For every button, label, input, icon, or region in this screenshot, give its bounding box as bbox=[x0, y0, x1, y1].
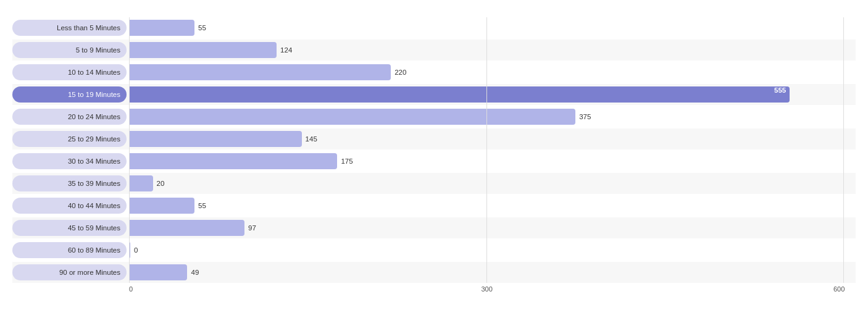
bar-value: 97 bbox=[248, 224, 256, 232]
bar-area: 555 bbox=[129, 86, 856, 103]
bar-row: 90 or more Minutes49 bbox=[12, 262, 856, 283]
bar-area: 0 bbox=[129, 242, 856, 258]
x-axis: 0300600 bbox=[129, 285, 856, 296]
x-axis-tick: 300 bbox=[482, 285, 493, 293]
bar-row: 35 to 39 Minutes20 bbox=[12, 173, 856, 194]
bar-label: 90 or more Minutes bbox=[12, 264, 127, 280]
bar-fill bbox=[129, 220, 244, 236]
bar-area: 97 bbox=[129, 220, 856, 236]
bar-label: 5 to 9 Minutes bbox=[12, 42, 127, 58]
bar-fill bbox=[129, 264, 187, 280]
bar-label: 20 to 24 Minutes bbox=[12, 109, 127, 125]
chart-container: Less than 5 Minutes555 to 9 Minutes12410… bbox=[0, 0, 868, 323]
bar-row: 15 to 19 Minutes555 bbox=[12, 84, 856, 105]
bar-value: 0 bbox=[134, 246, 138, 254]
x-axis-tick: 0 bbox=[129, 285, 133, 293]
bar-value: 124 bbox=[280, 46, 292, 54]
bar-value: 145 bbox=[306, 135, 317, 143]
bar-label: 35 to 39 Minutes bbox=[12, 175, 127, 191]
bar-fill bbox=[129, 198, 194, 214]
bar-row: 40 to 44 Minutes55 bbox=[12, 195, 856, 216]
bar-value: 555 bbox=[774, 86, 786, 94]
bar-value: 20 bbox=[157, 180, 165, 187]
bar-row: Less than 5 Minutes55 bbox=[12, 17, 856, 38]
bar-label: 60 to 89 Minutes bbox=[12, 242, 127, 258]
bar-fill bbox=[129, 153, 337, 169]
bar-value: 49 bbox=[191, 269, 199, 276]
bar-fill bbox=[129, 131, 302, 147]
bar-row: 60 to 89 Minutes0 bbox=[12, 240, 856, 261]
bar-row: 5 to 9 Minutes124 bbox=[12, 40, 856, 61]
bar-area: 20 bbox=[129, 175, 856, 191]
bar-value: 55 bbox=[198, 202, 206, 209]
bar-label: 15 to 19 Minutes bbox=[12, 86, 127, 103]
bar-fill bbox=[129, 175, 153, 191]
x-axis-tick: 600 bbox=[833, 285, 845, 293]
bar-row: 10 to 14 Minutes220 bbox=[12, 62, 856, 83]
bar-fill: 555 bbox=[129, 86, 790, 103]
bar-label: 25 to 29 Minutes bbox=[12, 131, 127, 147]
bar-area: 220 bbox=[129, 64, 856, 80]
bar-area: 375 bbox=[129, 109, 856, 125]
bar-value: 55 bbox=[198, 24, 206, 31]
bar-fill bbox=[129, 109, 575, 125]
bar-label: 40 to 44 Minutes bbox=[12, 198, 127, 214]
bar-value: 175 bbox=[341, 157, 353, 165]
bar-row: 20 to 24 Minutes375 bbox=[12, 106, 856, 127]
bar-fill bbox=[129, 20, 194, 36]
rows-wrapper: Less than 5 Minutes555 to 9 Minutes12410… bbox=[12, 17, 856, 283]
bar-fill bbox=[129, 242, 130, 258]
bar-area: 49 bbox=[129, 264, 856, 280]
bar-value: 220 bbox=[394, 69, 406, 76]
bar-row: 25 to 29 Minutes145 bbox=[12, 128, 856, 149]
bar-area: 55 bbox=[129, 198, 856, 214]
bar-row: 30 to 34 Minutes175 bbox=[12, 151, 856, 172]
bar-area: 145 bbox=[129, 131, 856, 147]
bar-label: Less than 5 Minutes bbox=[12, 20, 127, 36]
bar-label: 45 to 59 Minutes bbox=[12, 220, 127, 236]
bar-value: 375 bbox=[579, 113, 591, 120]
bar-area: 175 bbox=[129, 153, 856, 169]
bar-area: 55 bbox=[129, 20, 856, 36]
bar-area: 124 bbox=[129, 42, 856, 58]
bar-fill bbox=[129, 42, 277, 58]
bar-label: 30 to 34 Minutes bbox=[12, 153, 127, 169]
bar-fill bbox=[129, 64, 391, 80]
bar-label: 10 to 14 Minutes bbox=[12, 64, 127, 80]
bar-row: 45 to 59 Minutes97 bbox=[12, 217, 856, 238]
